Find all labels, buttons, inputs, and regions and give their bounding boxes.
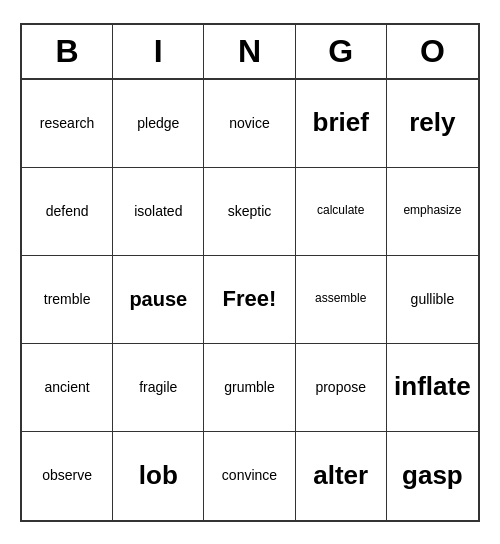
header-letter: B	[22, 25, 113, 78]
bingo-cell-r2-c3[interactable]: assemble	[296, 256, 387, 344]
bingo-cell-r3-c1[interactable]: fragile	[113, 344, 204, 432]
header-letter: G	[296, 25, 387, 78]
bingo-card: BINGO researchpledgenovicebriefrelydefen…	[20, 23, 480, 522]
bingo-grid: researchpledgenovicebriefrelydefendisola…	[22, 80, 478, 520]
bingo-cell-r1-c0[interactable]: defend	[22, 168, 113, 256]
bingo-cell-r3-c3[interactable]: propose	[296, 344, 387, 432]
bingo-cell-r0-c0[interactable]: research	[22, 80, 113, 168]
bingo-header: BINGO	[22, 25, 478, 80]
bingo-cell-r2-c0[interactable]: tremble	[22, 256, 113, 344]
header-letter: N	[204, 25, 295, 78]
bingo-cell-r4-c1[interactable]: lob	[113, 432, 204, 520]
bingo-cell-r0-c1[interactable]: pledge	[113, 80, 204, 168]
bingo-cell-r3-c2[interactable]: grumble	[204, 344, 295, 432]
bingo-cell-r1-c1[interactable]: isolated	[113, 168, 204, 256]
bingo-cell-r4-c3[interactable]: alter	[296, 432, 387, 520]
bingo-cell-r2-c1[interactable]: pause	[113, 256, 204, 344]
header-letter: O	[387, 25, 478, 78]
bingo-cell-r4-c0[interactable]: observe	[22, 432, 113, 520]
bingo-cell-r2-c2[interactable]: Free!	[204, 256, 295, 344]
bingo-cell-r1-c4[interactable]: emphasize	[387, 168, 478, 256]
bingo-cell-r0-c2[interactable]: novice	[204, 80, 295, 168]
bingo-cell-r0-c4[interactable]: rely	[387, 80, 478, 168]
header-letter: I	[113, 25, 204, 78]
bingo-cell-r3-c4[interactable]: inflate	[387, 344, 478, 432]
bingo-cell-r0-c3[interactable]: brief	[296, 80, 387, 168]
bingo-cell-r1-c2[interactable]: skeptic	[204, 168, 295, 256]
bingo-cell-r4-c2[interactable]: convince	[204, 432, 295, 520]
bingo-cell-r1-c3[interactable]: calculate	[296, 168, 387, 256]
bingo-cell-r3-c0[interactable]: ancient	[22, 344, 113, 432]
bingo-cell-r4-c4[interactable]: gasp	[387, 432, 478, 520]
bingo-cell-r2-c4[interactable]: gullible	[387, 256, 478, 344]
